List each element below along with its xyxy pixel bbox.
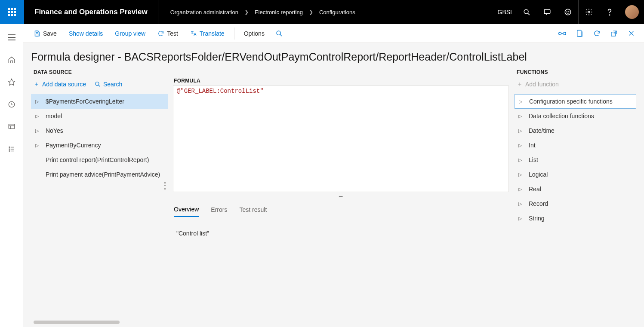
search-action-icon[interactable]: [271, 26, 287, 41]
avatar[interactable]: [625, 5, 639, 19]
hamburger-icon: [8, 37, 15, 38]
function-category-label: Real: [529, 186, 541, 193]
expand-icon[interactable]: ▷: [35, 99, 41, 104]
chevron-right-icon: ❯: [244, 9, 249, 15]
expand-icon[interactable]: ▷: [518, 186, 524, 192]
function-category[interactable]: ▷Int: [514, 138, 636, 153]
expand-icon[interactable]: ▷: [519, 99, 525, 104]
waffle-icon: [8, 8, 16, 16]
function-category-label: Configuration specific functions: [529, 98, 613, 105]
svg-rect-23: [577, 30, 581, 36]
refresh-icon[interactable]: [589, 26, 604, 41]
translate-button[interactable]: Translate: [185, 28, 230, 40]
tab-errors[interactable]: Errors: [211, 203, 227, 217]
expand-icon[interactable]: ▷: [35, 128, 41, 134]
datasource-item[interactable]: ▷PaymentByCurrency: [31, 138, 168, 153]
datasource-item[interactable]: ▷$PaymentsForCoveringLetter: [31, 94, 168, 109]
function-category-label: List: [529, 156, 538, 163]
datasource-tree: ▷$PaymentsForCoveringLetter▷model▷NoYes▷…: [31, 94, 168, 182]
popout-icon[interactable]: [606, 26, 622, 41]
splitter-handle[interactable]: ━: [173, 192, 509, 201]
show-details-button[interactable]: Show details: [64, 28, 108, 40]
clock-icon[interactable]: [3, 97, 20, 112]
datasource-item[interactable]: ▷NoYes: [31, 123, 168, 138]
expand-icon[interactable]: ▷: [35, 143, 41, 148]
options-button[interactable]: Options: [239, 28, 270, 40]
function-category[interactable]: ▷Record: [514, 196, 636, 211]
svg-point-3: [565, 9, 571, 15]
search-icon[interactable]: [516, 0, 537, 24]
expand-icon[interactable]: ▷: [518, 143, 524, 148]
smiley-icon[interactable]: [558, 0, 578, 24]
group-view-button[interactable]: Group view: [110, 28, 151, 40]
refresh-icon: [157, 30, 164, 37]
datasource-item[interactable]: ▷Print control report(PrintControlReport…: [31, 153, 168, 167]
save-icon: [34, 30, 40, 37]
svg-point-4: [567, 11, 567, 12]
menu-toggle[interactable]: [3, 30, 20, 45]
save-button[interactable]: Save: [28, 28, 62, 40]
function-category-label: Logical: [529, 171, 548, 178]
functions-section-header: FUNCTIONS: [514, 66, 636, 78]
company-picker[interactable]: GBSI: [493, 9, 516, 15]
page-icon[interactable]: [572, 26, 587, 41]
horizontal-scrollbar[interactable]: [31, 320, 143, 324]
chat-icon[interactable]: [537, 0, 558, 24]
function-category[interactable]: ▷Date/time: [514, 123, 636, 138]
left-nav-rail: [0, 24, 23, 327]
home-icon[interactable]: [3, 52, 20, 67]
close-icon[interactable]: [623, 26, 639, 41]
datasource-item-label: model: [46, 113, 62, 119]
overview-value: "Control list": [173, 217, 509, 237]
link-icon[interactable]: [555, 26, 570, 41]
breadcrumb-item[interactable]: Electronic reporting: [255, 9, 303, 15]
function-category[interactable]: ▷List: [514, 153, 636, 167]
star-icon[interactable]: [3, 75, 20, 89]
function-category[interactable]: ▷String: [514, 211, 636, 226]
function-category[interactable]: ▷Configuration specific functions: [514, 94, 636, 109]
help-icon[interactable]: [599, 0, 620, 24]
svg-rect-19: [36, 31, 38, 32]
formula-section-header: FORMULA: [173, 66, 509, 86]
breadcrumb-item[interactable]: Organization administration: [170, 9, 238, 15]
datasource-item[interactable]: ▷model: [31, 109, 168, 123]
function-category[interactable]: ▷Real: [514, 182, 636, 196]
datasource-item-label: Print payment advice(PrintPaymentAdvice): [46, 171, 160, 178]
list-icon[interactable]: [3, 142, 20, 156]
tab-test-result[interactable]: Test result: [239, 203, 267, 217]
expand-icon[interactable]: ▷: [518, 157, 524, 163]
datasource-item-label: $PaymentsForCoveringLetter: [46, 98, 124, 105]
function-category-label: Data collection functions: [529, 113, 594, 119]
svg-point-13: [9, 147, 10, 148]
expand-icon[interactable]: ▷: [35, 113, 41, 119]
function-category-label: Int: [529, 142, 536, 149]
datasource-item[interactable]: ▷Print payment advice(PrintPaymentAdvice…: [31, 167, 168, 182]
tab-overview[interactable]: Overview: [174, 203, 199, 217]
function-category-label: Record: [529, 200, 548, 207]
breadcrumb-item[interactable]: Configurations: [319, 9, 355, 15]
gear-icon[interactable]: [579, 0, 599, 24]
breadcrumb: Organization administration ❯ Electronic…: [158, 9, 355, 15]
translate-icon: [190, 30, 197, 37]
function-category[interactable]: ▷Data collection functions: [514, 109, 636, 123]
add-datasource-button[interactable]: ＋ Add data source: [34, 80, 86, 88]
workspace-icon[interactable]: [3, 119, 20, 134]
add-function-button[interactable]: ＋ Add function: [517, 80, 559, 88]
svg-point-17: [9, 151, 10, 152]
expand-icon[interactable]: ▷: [518, 172, 524, 177]
function-category[interactable]: ▷Logical: [514, 167, 636, 182]
svg-point-5: [569, 11, 569, 12]
expand-icon[interactable]: ▷: [518, 201, 524, 207]
search-datasource-button[interactable]: Search: [95, 80, 122, 88]
app-launcher[interactable]: [0, 0, 24, 24]
expand-icon[interactable]: ▷: [518, 128, 524, 134]
result-tabs: OverviewErrorsTest result: [173, 201, 509, 217]
expand-icon[interactable]: ▷: [518, 113, 524, 119]
test-button[interactable]: Test: [152, 28, 183, 40]
svg-point-7: [609, 15, 610, 15]
datasource-item-label: PaymentByCurrency: [46, 142, 101, 149]
expand-icon[interactable]: ▷: [518, 216, 524, 221]
svg-marker-8: [8, 79, 15, 86]
function-category-label: String: [529, 215, 545, 222]
formula-editor[interactable]: @"GER_LABEL:ControlList": [173, 86, 509, 192]
